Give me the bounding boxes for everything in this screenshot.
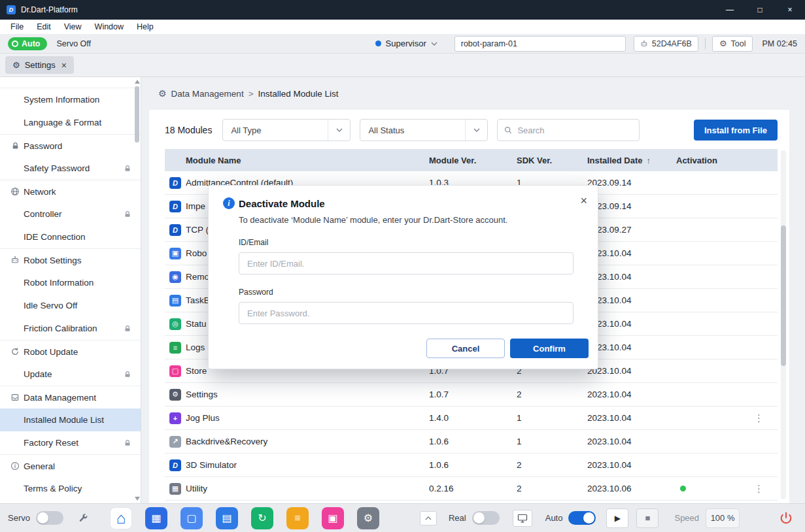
- module-icon: ▣: [169, 248, 181, 259]
- scroll-down-arrow[interactable]: [135, 497, 140, 501]
- installed-date-cell: 2023.10.04: [587, 295, 676, 305]
- sidebar-item-system-information[interactable]: System Information: [0, 88, 141, 111]
- table-row[interactable]: ↗ Backdrive&Recovery 1.0.6 1 2023.10.04: [165, 430, 778, 454]
- password-field[interactable]: [239, 302, 574, 324]
- sidebar-item-robot-update[interactable]: Robot Update: [0, 340, 141, 363]
- virtual-display-button[interactable]: [513, 510, 532, 527]
- real-toggle[interactable]: [472, 511, 500, 525]
- deactivate-module-dialog: i Deactivate Module × To deactivate ‘Mod…: [208, 185, 598, 369]
- sidebar-item-network[interactable]: Network: [0, 180, 141, 203]
- chevron-down-icon: [328, 120, 350, 141]
- type-filter-dropdown[interactable]: All Type: [222, 119, 351, 141]
- sidebar-item-ide-connection[interactable]: IDE Connection: [0, 225, 141, 248]
- scrollbar-thumb[interactable]: [781, 225, 786, 366]
- table-row[interactable]: D 3D Simulator 1.0.6 2 2023.10.04: [165, 454, 778, 477]
- module-icon: D: [169, 201, 181, 212]
- sidebar-item-controller[interactable]: Controller: [0, 203, 141, 225]
- sidebar-item-data-management[interactable]: Data Management: [0, 386, 141, 408]
- confirm-button[interactable]: Confirm: [510, 339, 589, 358]
- breadcrumb-section[interactable]: Data Management: [171, 89, 244, 99]
- sidebar-item-friction-calibration[interactable]: Friction Calibration: [0, 317, 141, 340]
- tab-settings[interactable]: ⚙ Settings ×: [5, 56, 74, 74]
- install-from-file-button[interactable]: Install from File: [694, 120, 778, 141]
- stop-button[interactable]: ■: [636, 508, 659, 528]
- row-menu-icon[interactable]: ⋮: [740, 412, 778, 424]
- close-button[interactable]: ×: [775, 0, 805, 20]
- sidebar-item-idle-servo-off[interactable]: Idle Servo Off: [0, 294, 141, 317]
- sidebar-item-factory-reset[interactable]: Factory Reset: [0, 431, 141, 454]
- dock-app-5-icon[interactable]: ≡: [286, 507, 309, 529]
- header-installed-date[interactable]: Installed Date↑: [587, 156, 676, 165]
- dock-app-4-icon[interactable]: ↻: [251, 507, 273, 529]
- serial-badge[interactable]: 52D4AF6B: [634, 36, 698, 52]
- sidebar-item-safety-password[interactable]: Safety Password: [0, 157, 141, 180]
- menu-help[interactable]: Help: [130, 22, 160, 31]
- header-sdk-version[interactable]: SDK Ver.: [517, 156, 587, 165]
- sidebar-item-general[interactable]: General: [0, 454, 141, 477]
- power-button[interactable]: [779, 511, 793, 525]
- installed-date-cell: 2023.10.04: [587, 437, 676, 446]
- sidebar-item-robot-settings[interactable]: Robot Settings: [0, 248, 141, 271]
- menu-view[interactable]: View: [58, 22, 88, 31]
- dock-app-7-icon[interactable]: ⚙: [357, 507, 379, 529]
- dock-app-2-icon[interactable]: ▢: [180, 507, 203, 529]
- status-filter-dropdown[interactable]: All Status: [360, 119, 488, 141]
- maximize-button[interactable]: □: [745, 0, 775, 20]
- play-button[interactable]: ▶: [606, 508, 628, 528]
- sidebar-item-language-format[interactable]: Language & Format: [0, 111, 141, 134]
- scrollbar-thumb[interactable]: [135, 86, 139, 142]
- table-row[interactable]: ⚙ Settings 1.0.7 2 2023.10.04: [165, 383, 778, 407]
- divider: [705, 38, 706, 50]
- dock-app-6-icon[interactable]: ▣: [322, 507, 344, 529]
- sidebar-item-label: Robot Settings: [24, 256, 82, 265]
- tab-close-icon[interactable]: ×: [61, 60, 67, 71]
- dialog-close-icon[interactable]: ×: [580, 195, 587, 207]
- status-bar: Servo ⌂▦▢▤↻≡▣⚙ Real Auto ▶ ■ Speed 100 %: [0, 503, 805, 532]
- tool-button[interactable]: ⚙ Tool: [712, 36, 753, 52]
- menu-file[interactable]: File: [4, 22, 30, 31]
- minimize-button[interactable]: —: [715, 0, 745, 20]
- adjust-tool-icon[interactable]: [78, 512, 89, 524]
- robot-param-input[interactable]: [454, 36, 626, 52]
- dock-app-1-icon[interactable]: ▦: [145, 507, 167, 529]
- table-row[interactable]: + Jog Plus 1.4.0 1 2023.10.04 ⋮: [165, 407, 778, 430]
- role-dropdown[interactable]: Supervisor: [375, 39, 437, 48]
- dock-app-3-icon[interactable]: ▤: [216, 507, 238, 529]
- sidebar-item-terms-policy[interactable]: Terms & Policy: [0, 477, 141, 500]
- speed-value[interactable]: 100 %: [706, 508, 740, 528]
- header-module-version[interactable]: Module Ver.: [429, 156, 517, 165]
- servo-status-text: Servo Off: [56, 39, 91, 48]
- module-name-cell: Utility: [186, 484, 429, 493]
- sidebar-item-password[interactable]: Password: [0, 134, 141, 157]
- search-input[interactable]: [517, 125, 632, 135]
- menu-edit[interactable]: Edit: [30, 22, 58, 31]
- id-email-field[interactable]: [239, 252, 574, 274]
- data-icon: [10, 393, 20, 402]
- scroll-up-arrow[interactable]: [135, 80, 140, 84]
- row-menu-icon[interactable]: ⋮: [740, 483, 778, 495]
- module-count: 18 Modules: [165, 125, 212, 135]
- servo-toggle[interactable]: [36, 511, 63, 525]
- sidebar-item-installed-module-list[interactable]: Installed Module List: [0, 408, 141, 431]
- sidebar-item-robot-information[interactable]: Robot Information: [0, 271, 141, 294]
- installed-date-cell: 2023.10.04: [587, 248, 676, 258]
- module-icon: ↗: [169, 436, 181, 448]
- header-module-name[interactable]: Module Name: [186, 156, 429, 165]
- dock-home-icon[interactable]: ⌂: [110, 507, 132, 529]
- table-row[interactable]: ▦ Utility 0.2.16 2 2023.10.06 ⋮: [165, 477, 778, 501]
- gear-icon: ⚙: [12, 60, 20, 70]
- sidebar-item-update[interactable]: Update: [0, 363, 141, 386]
- collapse-dock-button[interactable]: [420, 511, 437, 525]
- header-activation[interactable]: Activation: [676, 156, 740, 165]
- sdk-version-cell: 2: [517, 460, 587, 470]
- auto-toggle[interactable]: [568, 511, 596, 525]
- installed-date-cell: 2023.10.04: [587, 319, 676, 329]
- module-name-cell: Backdrive&Recovery: [186, 437, 429, 446]
- info-icon: i: [223, 197, 235, 209]
- cancel-button[interactable]: Cancel: [426, 339, 505, 358]
- activation-cell: [676, 484, 740, 493]
- status-filter-value: All Status: [368, 125, 465, 135]
- auto-mode-badge[interactable]: Auto: [8, 37, 47, 50]
- menu-window[interactable]: Window: [88, 22, 130, 31]
- sidebar-list: System Information Language & Format Pas…: [0, 88, 141, 500]
